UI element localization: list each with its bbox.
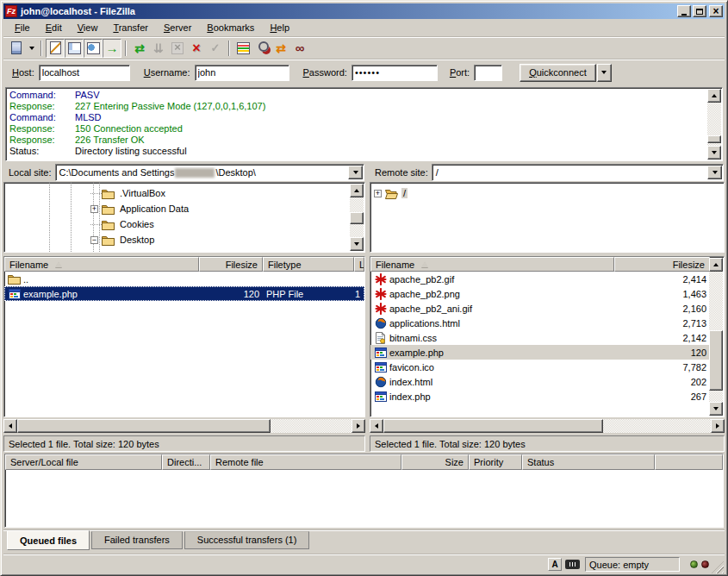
file-row-apache-pb2-png[interactable]: apache_pb2.png1,463	[370, 286, 710, 301]
scroll-thumb[interactable]	[350, 212, 364, 224]
tab-successful-transfers-1[interactable]: Successful transfers (1)	[184, 531, 310, 549]
toggle-queue-button[interactable]	[103, 39, 121, 58]
menu-help[interactable]: Help	[262, 21, 297, 35]
column-header-blank[interactable]	[655, 454, 723, 470]
scroll-thumb[interactable]	[383, 419, 603, 433]
file-lists-band: FilenameFilesizeFiletypeL ..example.php1…	[3, 253, 725, 452]
local-tree-item-cookies[interactable]: Cookies	[4, 216, 351, 232]
tab-queued-files[interactable]: Queued files	[7, 530, 90, 550]
filter-button[interactable]	[233, 39, 252, 58]
site-manager-dropdown-button[interactable]	[26, 39, 37, 58]
abort-button[interactable]	[206, 39, 225, 58]
menu-transfer[interactable]: Transfer	[105, 21, 156, 35]
sort-ascending-icon	[421, 261, 428, 267]
tree-item-label: .VirtualBox	[118, 188, 167, 198]
log-line-label: Response:	[9, 135, 75, 146]
scroll-up-button[interactable]	[350, 184, 364, 197]
toggle-message-log-button[interactable]	[46, 39, 65, 58]
remote-tree-item-root[interactable]: +/	[374, 185, 710, 201]
tab-failed-transfers[interactable]: Failed transfers	[91, 531, 183, 549]
file-row-[interactable]: ..	[4, 272, 364, 286]
local-tree-scrollbar[interactable]	[350, 184, 364, 251]
host-input[interactable]	[39, 65, 130, 81]
toggle-remote-tree-button[interactable]	[84, 39, 103, 58]
password-input[interactable]	[352, 65, 438, 81]
scroll-down-button[interactable]	[707, 146, 721, 160]
scroll-up-button[interactable]	[707, 89, 721, 103]
menu-view[interactable]: View	[70, 21, 106, 35]
file-row-bitnami-css[interactable]: bitnami.css2,142	[370, 330, 710, 345]
cancel-operation-button[interactable]	[168, 39, 187, 58]
local-tree-item-virtualbox[interactable]: .VirtualBox	[4, 185, 351, 201]
menu-file[interactable]: File	[7, 21, 38, 35]
find-files-button[interactable]	[290, 39, 309, 58]
file-row-applications-html[interactable]: applications.html2,713	[370, 316, 710, 330]
column-header-status[interactable]: Status	[522, 454, 655, 470]
log-scrollbar[interactable]	[707, 89, 721, 160]
scroll-down-button[interactable]	[350, 237, 364, 251]
local-list-hscrollbar[interactable]	[3, 419, 365, 433]
local-site-dropdown-button[interactable]	[348, 166, 363, 179]
compare-directories-button[interactable]	[252, 39, 271, 58]
close-button[interactable]: ×	[709, 5, 723, 17]
file-row-example-php[interactable]: example.php120	[370, 345, 710, 360]
column-header-filesize[interactable]: Filesize	[199, 257, 263, 272]
css-icon	[374, 332, 387, 344]
remote-list-hscrollbar[interactable]	[370, 419, 725, 433]
refresh-button[interactable]	[130, 39, 149, 58]
file-row-apache-pb2-gif[interactable]: apache_pb2.gif2,414	[370, 272, 710, 286]
maximize-button[interactable]	[693, 5, 706, 17]
file-row-index-html[interactable]: index.html202	[370, 374, 710, 389]
synchronized-browsing-button[interactable]	[271, 39, 290, 58]
file-row-apache-pb2-ani-gif[interactable]: apache_pb2_ani.gif2,160	[370, 301, 710, 316]
column-header-priority[interactable]: Priority	[469, 454, 522, 470]
remote-list-scrollbar[interactable]	[709, 258, 723, 416]
local-site-combobox[interactable]: C:\Documents and Settings\Desktop\	[55, 164, 364, 181]
column-header-filename[interactable]: Filename	[4, 257, 199, 272]
column-header-l[interactable]: L	[354, 257, 364, 272]
remote-site-dropdown-button[interactable]	[707, 166, 722, 179]
column-header-filesize[interactable]: Filesize	[614, 257, 710, 272]
scroll-right-button[interactable]	[711, 419, 725, 433]
menu-edit[interactable]: Edit	[38, 21, 70, 35]
local-tree-item-desktop[interactable]: −Desktop	[4, 232, 351, 247]
column-header-remote-file[interactable]: Remote file	[210, 454, 401, 470]
port-input[interactable]	[474, 65, 502, 81]
file-row-index-php[interactable]: index.php267	[370, 389, 710, 404]
filesize: 267	[614, 389, 710, 404]
column-header-size[interactable]: Size	[401, 454, 469, 470]
file-row-example-php[interactable]: example.php120PHP File1	[4, 286, 364, 301]
local-tree-item-application-data[interactable]: +Application Data	[4, 201, 351, 216]
expand-icon[interactable]: +	[374, 190, 382, 197]
column-header-server-local-file[interactable]: Server/Local file	[5, 454, 162, 470]
queue-tabs: Queued filesFailed transfersSuccessful t…	[3, 529, 725, 553]
quickconnect-dropdown-button[interactable]	[597, 64, 612, 82]
menu-bookmarks[interactable]: Bookmarks	[199, 21, 262, 35]
scroll-down-button[interactable]	[709, 402, 723, 416]
scroll-thumb[interactable]	[709, 330, 723, 391]
column-header-directi[interactable]: Directi...	[162, 454, 210, 470]
scroll-thumb[interactable]	[17, 419, 271, 433]
column-header-filetype[interactable]: Filetype	[263, 257, 354, 272]
scroll-thumb[interactable]	[707, 135, 721, 143]
resize-grip[interactable]	[712, 561, 724, 573]
column-header-filename[interactable]: Filename	[370, 257, 614, 272]
filezilla-window: Fz john@localhost - FileZilla × FileEdit…	[0, 0, 728, 576]
username-input[interactable]	[195, 65, 289, 81]
menu-server[interactable]: Server	[156, 21, 199, 35]
quickconnect-button[interactable]: Quickconnect	[520, 64, 596, 82]
minimize-button[interactable]	[677, 5, 691, 17]
scroll-up-button[interactable]	[709, 258, 723, 272]
scroll-left-button[interactable]	[370, 419, 383, 433]
collapse-icon[interactable]: −	[90, 236, 98, 244]
process-queue-button[interactable]	[149, 39, 168, 58]
toggle-local-tree-button[interactable]	[65, 39, 84, 58]
scroll-right-button[interactable]	[352, 419, 365, 433]
scroll-left-button[interactable]	[3, 419, 17, 433]
site-manager-button[interactable]	[7, 39, 26, 58]
log-line: Command:MLSD	[6, 112, 722, 123]
file-row-favicon-ico[interactable]: favicon.ico7,782	[370, 360, 710, 374]
expand-icon[interactable]: +	[90, 205, 98, 213]
remote-site-combobox[interactable]: /	[432, 164, 724, 181]
disconnect-button[interactable]	[187, 39, 206, 58]
